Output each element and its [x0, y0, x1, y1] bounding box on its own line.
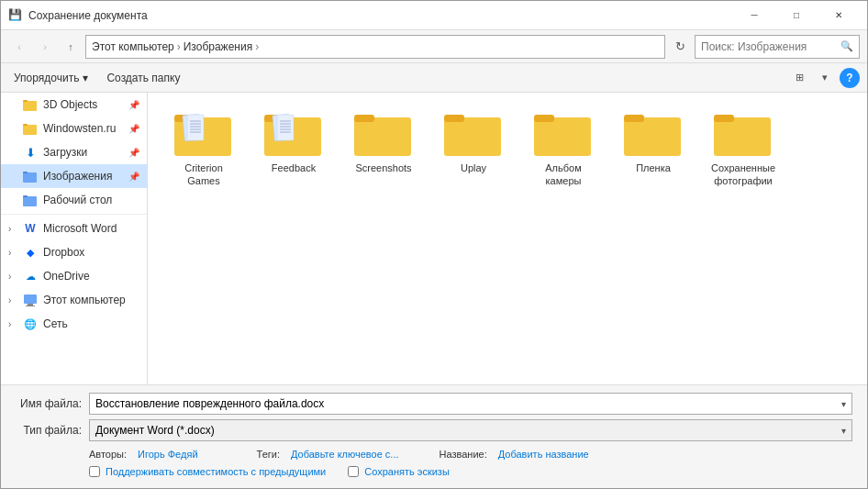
- svg-rect-10: [28, 304, 33, 306]
- sidebar-item-onedrive[interactable]: › ☁ OneDrive: [1, 264, 147, 288]
- svg-rect-34: [534, 117, 591, 156]
- save-dialog-window: 💾 Сохранение документа ─ □ ✕ ‹ › ↑ Этот …: [0, 0, 868, 489]
- svg-rect-30: [354, 117, 411, 156]
- filetype-value: Документ Word (*.docx): [95, 424, 215, 437]
- desktop-icon: [23, 193, 38, 207]
- svg-rect-3: [23, 125, 37, 135]
- onedrive-icon: ☁: [23, 269, 38, 283]
- view-toggle-button[interactable]: ⊞: [788, 67, 810, 89]
- sidebar-expand-arrow: ›: [8, 248, 17, 258]
- sidebar-item-label: Этот компьютер: [43, 294, 139, 306]
- word-icon: W: [23, 221, 38, 236]
- main-content: 3D Objects 📌 Windowsten.ru 📌 ⬇ Загрузки …: [1, 93, 867, 384]
- new-folder-button[interactable]: Создать папку: [101, 69, 185, 87]
- sidebar-item-msword[interactable]: › W Microsoft Word: [1, 217, 147, 240]
- back-button[interactable]: ‹: [8, 36, 30, 58]
- svg-rect-39: [714, 115, 734, 122]
- svg-rect-35: [534, 115, 554, 122]
- compatibility-label: Поддерживать совместимость с предыдущими: [106, 466, 326, 477]
- file-label: Альбом камеры: [529, 161, 598, 188]
- svg-rect-7: [23, 196, 37, 206]
- folder-icon-svg: [624, 110, 683, 158]
- sidebar-item-windowsten[interactable]: Windowsten.ru 📌: [1, 117, 147, 140]
- filetype-row: Тип файла: Документ Word (*.docx) ▾: [16, 419, 852, 441]
- file-item-plenka[interactable]: Пленка: [612, 104, 695, 194]
- sidebar-item-label: 3D Objects: [43, 98, 123, 111]
- filename-dropdown-arrow: ▾: [841, 399, 846, 409]
- tags-label: Теги:: [257, 449, 280, 460]
- organize-button[interactable]: Упорядочить ▾: [8, 69, 94, 87]
- sidebar-item-desktop[interactable]: Рабочий стол: [1, 188, 147, 212]
- file-label: Screenshots: [355, 161, 411, 174]
- title-value[interactable]: Добавить название: [498, 449, 589, 460]
- svg-rect-15: [187, 115, 204, 140]
- sidebar-item-label: Сеть: [43, 317, 139, 330]
- sidebar-item-3d-objects[interactable]: 3D Objects 📌: [1, 93, 147, 117]
- command-bar: Упорядочить ▾ Создать папку ⊞ ▾ ?: [1, 63, 867, 93]
- file-item-criterion-games[interactable]: Criterion Games: [162, 104, 245, 194]
- filetype-select[interactable]: Документ Word (*.docx) ▾: [89, 419, 852, 441]
- refresh-button[interactable]: ↻: [669, 36, 691, 58]
- sidebar-item-thispc[interactable]: › Этот компьютер: [1, 288, 147, 312]
- meta-row: Авторы: Игорь Федяй Теги: Добавьте ключе…: [16, 446, 852, 462]
- search-input[interactable]: [701, 40, 837, 53]
- svg-rect-36: [624, 117, 681, 156]
- folder-icon-svg: [354, 110, 413, 158]
- address-bar[interactable]: Этот компьютер › Изображения ›: [85, 35, 665, 59]
- filetype-dropdown-arrow: ▾: [841, 426, 846, 436]
- thumbnails-checkbox-label[interactable]: Сохранять эскизы: [348, 466, 450, 477]
- pin-icon: 📌: [128, 148, 139, 158]
- file-item-albom-kamery[interactable]: Альбом камеры: [522, 104, 605, 194]
- sidebar: 3D Objects 📌 Windowsten.ru 📌 ⬇ Загрузки …: [1, 93, 148, 384]
- title-bar: 💾 Сохранение документа ─ □ ✕: [1, 1, 867, 30]
- filename-row: Имя файла: Восстановление поврежденного …: [16, 393, 852, 415]
- sidebar-expand-arrow: ›: [8, 224, 17, 234]
- svg-rect-6: [23, 172, 28, 173]
- filename-input[interactable]: Восстановление поврежденного файла.docx …: [89, 393, 852, 415]
- organize-arrow: ▾: [83, 72, 88, 84]
- thumbnails-checkbox[interactable]: [348, 466, 359, 477]
- forward-button[interactable]: ›: [34, 36, 56, 58]
- maximize-button[interactable]: □: [775, 1, 818, 30]
- file-label: Сохраненные фотографии: [708, 161, 778, 188]
- title-label: Название:: [440, 449, 487, 460]
- svg-rect-33: [444, 115, 464, 122]
- sidebar-item-downloads[interactable]: ⬇ Загрузки 📌: [1, 140, 147, 164]
- close-button[interactable]: ✕: [818, 1, 860, 30]
- view-dropdown-button[interactable]: ▾: [814, 67, 836, 89]
- pin-icon: 📌: [128, 100, 139, 110]
- sidebar-item-images[interactable]: Изображения 📌: [1, 164, 147, 188]
- file-item-uplay[interactable]: Uplay: [432, 104, 515, 194]
- sidebar-item-label: Рабочий стол: [43, 194, 139, 206]
- view-controls: ⊞ ▾ ?: [788, 67, 860, 89]
- sidebar-item-label: OneDrive: [43, 270, 139, 283]
- folder-icon-svg: [264, 110, 323, 158]
- sidebar-item-network[interactable]: › 🌐 Сеть: [1, 312, 147, 336]
- compatibility-checkbox[interactable]: [89, 466, 100, 477]
- tags-value[interactable]: Добавьте ключевое с...: [291, 449, 399, 460]
- sidebar-item-label: Microsoft Word: [43, 222, 139, 235]
- file-item-sohranennye[interactable]: Сохраненные фотографии: [702, 104, 785, 194]
- address-crumb-2: Изображения: [184, 40, 252, 53]
- new-folder-label: Создать папку: [106, 72, 180, 84]
- sidebar-expand-arrow: ›: [8, 295, 17, 306]
- file-item-feedback[interactable]: Feedback: [252, 104, 335, 194]
- compatibility-checkbox-label[interactable]: Поддерживать совместимость с предыдущими: [89, 466, 326, 477]
- files-grid: Criterion Games Feedbac: [162, 104, 852, 194]
- folder-icon: [23, 97, 38, 112]
- sidebar-item-label: Dropbox: [43, 246, 139, 259]
- file-item-screenshots[interactable]: Screenshots: [342, 104, 425, 194]
- minimize-button[interactable]: ─: [733, 1, 775, 30]
- authors-label: Авторы:: [89, 449, 127, 460]
- thispc-icon: [23, 293, 38, 307]
- file-label: Uplay: [461, 161, 486, 174]
- authors-value[interactable]: Игорь Федяй: [138, 449, 197, 460]
- sidebar-item-label: Изображения: [43, 170, 123, 183]
- sidebar-expand-arrow: ›: [8, 272, 17, 282]
- filename-value: Восстановление поврежденного файла.docx: [95, 397, 324, 410]
- help-button[interactable]: ?: [840, 68, 860, 88]
- up-button[interactable]: ↑: [60, 36, 82, 58]
- sidebar-item-dropbox[interactable]: › ◆ Dropbox: [1, 240, 147, 264]
- folder-icon-svg: [534, 110, 593, 158]
- sidebar-expand-arrow: ›: [8, 319, 17, 329]
